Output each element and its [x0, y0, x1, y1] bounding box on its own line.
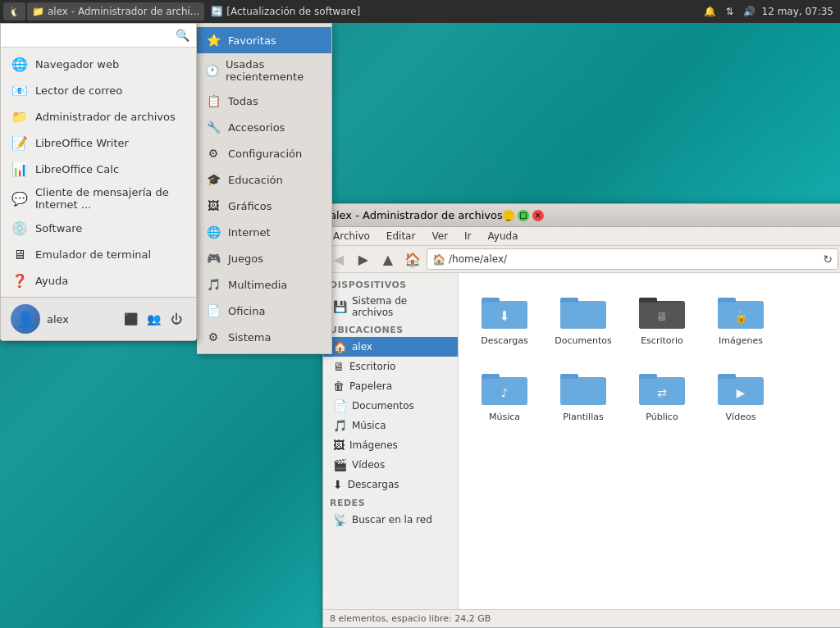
menu-item-terminal[interactable]: 🖥 Emulador de terminal: [1, 241, 196, 267]
sidebar-item-documentos[interactable]: 📄 Documentos: [323, 396, 458, 416]
list-item[interactable]: Documentos: [550, 286, 616, 349]
menu-item-libre-writer[interactable]: 📝 LibreOffice Writer: [1, 130, 196, 156]
taskbar-tab-update[interactable]: 🔄 [Actualización de software]: [206, 2, 365, 20]
clock: 12 may, 07:35: [762, 6, 833, 17]
close-button[interactable]: ×: [532, 210, 544, 221]
list-item[interactable]: ⬇ Descargas: [472, 286, 537, 349]
list-item[interactable]: 🖥 Escritorio: [629, 286, 695, 349]
videos-folder-icon: ▶: [716, 366, 765, 408]
menu-item-lector-correo[interactable]: 📧 Lector de correo: [1, 77, 196, 103]
favoritas-icon: ⭐: [205, 32, 221, 48]
volume-icon[interactable]: 🔊: [742, 4, 757, 19]
file-manager-body: DISPOSITIVOS 💾 Sistema de archivos UBICA…: [323, 273, 840, 609]
list-item[interactable]: ▶ Vídeos: [708, 362, 774, 425]
cat-juegos[interactable]: 🎮 Juegos: [197, 245, 331, 271]
cat-favoritas[interactable]: ⭐ Favoritas: [197, 27, 331, 53]
menu-ayuda[interactable]: Ayuda: [481, 229, 524, 243]
home-button[interactable]: 🏠: [402, 248, 423, 270]
videos-icon: 🎬: [333, 458, 347, 471]
file-manager-titlebar: alex - Administrador de archivos _ □ ×: [323, 204, 840, 227]
multimedia-icon: 🎵: [205, 276, 221, 293]
svg-text:▶: ▶: [737, 386, 746, 399]
list-item[interactable]: ♪ Música: [472, 362, 537, 425]
menu-editar[interactable]: Editar: [380, 229, 422, 243]
juegos-icon: 🎮: [205, 250, 221, 266]
sidebar-item-musica[interactable]: 🎵 Música: [323, 416, 458, 435]
user-name: alex: [47, 313, 114, 325]
sidebar-item-alex[interactable]: 🏠 alex: [323, 337, 458, 357]
network-icon[interactable]: ⇅: [723, 4, 737, 19]
sidebar-item-descargas[interactable]: ⬇ Descargas: [323, 475, 458, 494]
sidebar-section-devices: DISPOSITIVOS: [323, 276, 458, 292]
file-manager-statusbar: 8 elementos, espacio libre: 24,2 GB: [323, 609, 840, 627]
taskbar-tab-file-manager[interactable]: 📁 alex - Administrador de archi...: [27, 2, 204, 20]
svg-text:🔒: 🔒: [734, 310, 749, 324]
user-section: 👤 alex ⬛ 👥 ⏻: [1, 297, 196, 340]
maximize-button[interactable]: □: [518, 210, 529, 221]
screen-lock-button[interactable]: ⬛: [121, 309, 140, 329]
cat-usadas-recientemente[interactable]: 🕐 Usadas recientemente: [197, 53, 331, 88]
descargas-folder-icon: ⬇: [480, 289, 529, 332]
recientes-icon: 🕐: [205, 62, 219, 79]
menu-ir[interactable]: Ir: [458, 229, 477, 243]
search-input[interactable]: [7, 30, 176, 42]
refresh-button[interactable]: ↻: [823, 253, 833, 266]
status-text: 8 elementos, espacio libre: 24,2 GB: [330, 613, 491, 624]
cat-todas[interactable]: 📋 Todas: [197, 88, 331, 114]
search-bar: 🔍: [1, 24, 196, 48]
sidebar-item-videos[interactable]: 🎬 Vídeos: [323, 455, 458, 475]
sidebar-item-filesystem[interactable]: 💾 Sistema de archivos: [323, 292, 458, 321]
cat-internet[interactable]: 🌐 Internet: [197, 219, 331, 245]
menu-ver[interactable]: Ver: [425, 229, 454, 243]
terminal-icon: 🖥: [11, 245, 29, 263]
sidebar-item-escritorio[interactable]: 🖥 Escritorio: [323, 357, 458, 376]
forward-button[interactable]: ▶: [353, 248, 374, 270]
address-bar[interactable]: 🏠 /home/alex/ ↻: [427, 248, 838, 270]
menu-item-ayuda[interactable]: ❓ Ayuda: [1, 267, 196, 294]
publico-folder-icon: ⇄: [637, 366, 687, 408]
app-menu-button[interactable]: 🐧: [3, 2, 25, 20]
list-item[interactable]: 🔒 Imágenes: [708, 286, 774, 349]
sidebar-item-imagenes[interactable]: 🖼 Imágenes: [323, 435, 458, 455]
list-item[interactable]: ⇄ Público: [629, 362, 695, 425]
svg-text:⬇: ⬇: [499, 308, 509, 324]
file-manager-content: ⬇ Descargas Documentos 🖥: [459, 273, 840, 609]
sidebar-item-buscar-red[interactable]: 📡 Buscar en la red: [323, 510, 458, 530]
menu-item-libre-calc[interactable]: 📊 LibreOffice Calc: [1, 156, 196, 182]
file-manager-icon: 📁: [32, 6, 44, 17]
search-icon[interactable]: 🔍: [176, 29, 189, 42]
plantillas-folder-icon: [559, 366, 608, 408]
cat-sistema[interactable]: ⚙ Sistema: [197, 324, 331, 350]
file-manager-title: alex - Administrador de archivos: [330, 209, 503, 221]
menu-archivo[interactable]: Archivo: [326, 229, 377, 243]
imagenes-icon: 🖼: [333, 439, 345, 452]
musica-folder-icon: ♪: [480, 366, 529, 408]
cat-oficina[interactable]: 📄 Oficina: [197, 298, 331, 324]
cat-accesorios[interactable]: 🔧 Accesorios: [197, 114, 331, 140]
power-button[interactable]: ⏻: [167, 309, 186, 329]
list-item[interactable]: Plantillas: [550, 362, 616, 425]
minimize-button[interactable]: _: [503, 210, 514, 221]
menu-item-mensajeria[interactable]: 💬 Cliente de mensajería de Internet ...: [1, 182, 196, 215]
menu-item-software[interactable]: 💿 Software: [1, 215, 196, 241]
taskbar-right: 🔔 ⇅ 🔊 12 may, 07:35: [703, 4, 837, 19]
cat-multimedia[interactable]: 🎵 Multimedia: [197, 271, 331, 298]
svg-text:🖥: 🖥: [656, 310, 668, 323]
sistema-icon: ⚙: [205, 329, 221, 345]
menu-item-admin-archivos[interactable]: 📁 Administrador de archivos: [1, 103, 196, 130]
cat-graficos[interactable]: 🖼 Gráficos: [197, 193, 331, 219]
menu-item-navegador-web[interactable]: 🌐 Navegador web: [1, 51, 196, 77]
cat-configuracion[interactable]: ⚙ Configuración: [197, 140, 331, 166]
file-manager-toolbar: ◀ ▶ ▲ 🏠 🏠 /home/alex/ ↻: [323, 246, 840, 273]
todas-icon: 📋: [205, 93, 221, 109]
sidebar-item-papelera[interactable]: 🗑 Papelera: [323, 376, 458, 396]
switch-user-button[interactable]: 👥: [144, 309, 163, 329]
red-icon: 📡: [333, 513, 347, 526]
internet-icon: 🌐: [205, 224, 221, 240]
address-text: /home/alex/: [449, 253, 819, 265]
cat-educacion[interactable]: 🎓 Educación: [197, 166, 331, 193]
up-button[interactable]: ▲: [377, 248, 399, 270]
update-icon: 🔄: [211, 6, 223, 17]
notification-icon[interactable]: 🔔: [703, 4, 718, 19]
escritorio-folder-icon: 🖥: [637, 289, 687, 332]
